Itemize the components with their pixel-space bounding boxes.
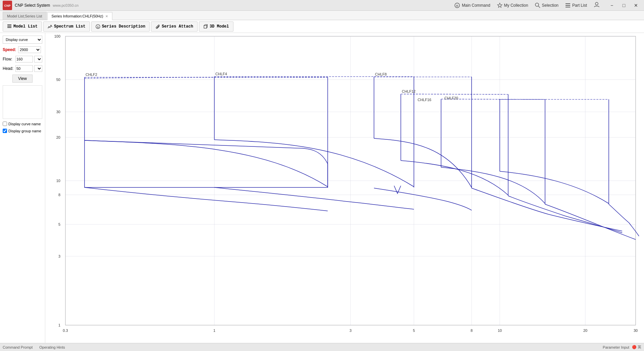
statusbar-right: Parameter Input 🔴 英 — [603, 345, 641, 350]
svg-line-6 — [538, 6, 540, 8]
svg-point-10 — [595, 2, 598, 5]
info-icon: i — [96, 24, 100, 29]
svg-point-5 — [535, 3, 539, 6]
head-row: Head: ▼ — [3, 65, 42, 72]
svg-text:10: 10 — [56, 179, 60, 183]
tabbar: Model List;Series List Series Informatio… — [0, 11, 644, 20]
svg-text:CNP: CNP — [4, 4, 10, 7]
display-curve-name-checkbox[interactable] — [3, 122, 7, 126]
svg-rect-13 — [7, 27, 11, 28]
minimize-button[interactable]: − — [606, 1, 617, 9]
preview-box — [3, 85, 42, 119]
svg-text:5: 5 — [58, 222, 60, 226]
chart-area: .grid-line { stroke: #c8c8d8; stroke-wid… — [45, 33, 644, 343]
svg-text:CHLF2: CHLF2 — [86, 73, 97, 77]
selection-nav[interactable]: Selection — [535, 3, 558, 8]
maximize-button[interactable]: □ — [619, 1, 629, 9]
flow-unit-select[interactable]: ▼ — [34, 56, 42, 62]
spectrum-list-button[interactable]: Spectrum List — [43, 21, 90, 32]
svg-text:CHLF4: CHLF4 — [215, 72, 227, 76]
tab-series-info[interactable]: Series Information:CHLF(50Hz) ✕ — [47, 12, 112, 20]
head-unit-select[interactable]: ▼ — [34, 65, 42, 72]
svg-rect-7 — [566, 3, 570, 4]
app-title: CNP Select System — [15, 3, 50, 8]
svg-rect-18 — [45, 33, 644, 343]
window-controls: − □ ✕ — [606, 1, 641, 9]
svg-text:100: 100 — [54, 34, 60, 38]
view-button[interactable]: View — [12, 75, 33, 83]
svg-text:CHLF16: CHLF16 — [418, 98, 431, 102]
svg-text:20: 20 — [56, 135, 60, 139]
main-command-icon: ⊕ — [454, 2, 460, 8]
svg-text:30: 30 — [634, 328, 638, 333]
tab-close-button[interactable]: ✕ — [105, 14, 108, 18]
svg-rect-16 — [204, 26, 207, 28]
svg-rect-11 — [7, 25, 11, 25]
svg-text:CHLF12: CHLF12 — [402, 89, 416, 93]
flow-input[interactable] — [15, 56, 33, 62]
tab-model-list[interactable]: Model List;Series List — [3, 12, 47, 20]
svg-marker-4 — [497, 3, 502, 7]
watermark: www.pc0350.cn — [53, 3, 78, 7]
svg-text:3: 3 — [58, 254, 60, 258]
svg-text:1: 1 — [58, 323, 60, 327]
flow-row: Flow: ▼ — [3, 56, 42, 62]
svg-text:3: 3 — [350, 328, 352, 333]
statusbar: Command Prompt Operating Hints Parameter… — [0, 343, 644, 351]
svg-text:5: 5 — [413, 328, 415, 333]
attach-icon — [155, 24, 160, 29]
display-group-name-checkbox[interactable] — [3, 129, 7, 133]
3d-model-button[interactable]: 3D Model — [199, 21, 233, 32]
titlebar-left: CNP CNP Select System www.pc0350.cn — [3, 1, 78, 10]
main-command-nav[interactable]: ⊕ Main Command — [454, 2, 490, 8]
user-icon[interactable] — [594, 2, 600, 9]
display-group-name-row: Display group name — [3, 129, 42, 133]
svg-text:10: 10 — [498, 328, 502, 333]
main-content: Display curve Speed: 2900 Flow: ▼ Head: … — [0, 33, 644, 343]
display-curve-name-row: Display curve name — [3, 122, 42, 126]
search-icon — [535, 3, 540, 8]
svg-text:0.3: 0.3 — [63, 328, 68, 333]
svg-rect-9 — [566, 7, 570, 7]
3d-icon — [203, 24, 208, 29]
titlebar: CNP CNP Select System www.pc0350.cn ⊕ Ma… — [0, 0, 644, 11]
svg-text:⊕: ⊕ — [456, 4, 459, 7]
speed-row: Speed: 2900 — [3, 46, 42, 53]
svg-text:CHLF20: CHLF20 — [444, 96, 458, 100]
svg-text:20: 20 — [583, 328, 587, 333]
series-attach-button[interactable]: Series Attach — [151, 21, 198, 32]
close-button[interactable]: ✕ — [631, 1, 641, 9]
part-list-nav[interactable]: Part List — [565, 3, 587, 8]
svg-text:30: 30 — [56, 110, 60, 114]
star-icon — [497, 3, 502, 8]
chart-svg: .grid-line { stroke: #c8c8d8; stroke-wid… — [45, 33, 644, 343]
svg-text:1: 1 — [213, 328, 215, 333]
spectrum-icon — [48, 24, 52, 29]
head-input[interactable] — [15, 65, 33, 72]
my-collection-nav[interactable]: My Collection — [497, 3, 528, 8]
svg-rect-12 — [7, 26, 11, 27]
speed-dropdown[interactable]: 2900 — [18, 46, 41, 53]
svg-text:i: i — [97, 26, 99, 29]
svg-text:8: 8 — [471, 328, 473, 333]
display-curve-select[interactable]: Display curve — [3, 36, 42, 44]
svg-text:CHLF8: CHLF8 — [375, 72, 387, 76]
titlebar-right: ⊕ Main Command My Collection Selection P… — [454, 1, 641, 9]
model-list-button[interactable]: Model List — [3, 21, 42, 32]
model-list-icon — [7, 24, 12, 29]
svg-text:50: 50 — [56, 78, 60, 82]
app-logo: CNP — [3, 1, 12, 10]
svg-text:8: 8 — [58, 193, 60, 197]
svg-rect-8 — [566, 5, 570, 6]
list-icon — [565, 3, 571, 8]
series-description-button[interactable]: i Series Description — [91, 21, 150, 32]
statusbar-left: Command Prompt Operating Hints — [3, 345, 65, 349]
left-panel: Display curve Speed: 2900 Flow: ▼ Head: … — [0, 33, 45, 343]
toolbar: Model List Spectrum List i Series Descri… — [0, 20, 644, 33]
